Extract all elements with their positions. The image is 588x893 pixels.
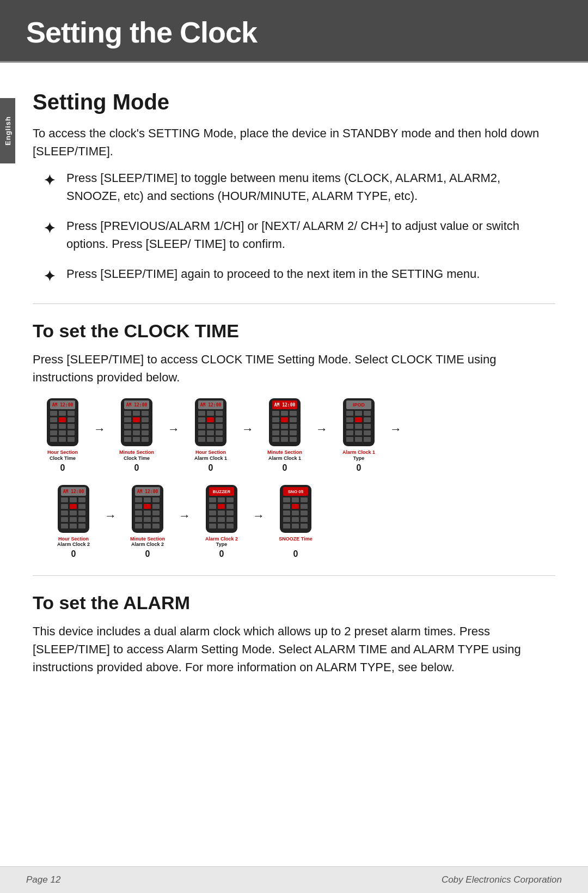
svg-rect-5 — [68, 411, 75, 416]
svg-text:SNO 05: SNO 05 — [288, 489, 304, 494]
arrow-2: → — [168, 422, 180, 436]
svg-rect-14 — [68, 430, 75, 435]
svg-rect-24 — [124, 417, 131, 422]
svg-rect-31 — [133, 430, 140, 435]
svg-rect-22 — [133, 411, 140, 416]
svg-rect-66 — [272, 430, 279, 435]
footer: Page 12 Coby Electronics Corporation — [0, 866, 588, 893]
svg-rect-81 — [346, 424, 353, 429]
svg-rect-33 — [124, 437, 131, 442]
bullet-item-3: ✦ Press [SLEEP/TIME] again to proceed to… — [44, 265, 555, 287]
arrow-7: → — [179, 509, 191, 523]
diagram-item-8: BUZZER — [192, 484, 252, 560]
svg-rect-12 — [50, 430, 57, 435]
svg-rect-155 — [301, 511, 308, 515]
svg-rect-8 — [68, 417, 75, 422]
arrow-8: → — [253, 509, 265, 523]
svg-rect-111 — [135, 497, 142, 502]
svg-rect-47 — [216, 424, 223, 429]
svg-rect-71 — [290, 437, 297, 442]
svg-rect-134 — [226, 504, 234, 509]
arrow-5: → — [390, 422, 402, 436]
svg-rect-156 — [283, 517, 290, 522]
svg-rect-62 — [290, 417, 297, 422]
svg-rect-34 — [133, 437, 140, 442]
svg-rect-58 — [281, 411, 288, 416]
diagram-item-6: AM 12:00 — [44, 484, 103, 560]
svg-text:AM 12:00: AM 12:00 — [52, 403, 74, 408]
svg-rect-120 — [135, 517, 142, 522]
svg-rect-151 — [292, 504, 299, 509]
svg-rect-43 — [207, 417, 214, 422]
svg-text:BUZZER: BUZZER — [213, 489, 231, 494]
svg-text:AM 12:00: AM 12:00 — [126, 403, 148, 408]
svg-rect-150 — [283, 504, 290, 509]
svg-rect-132 — [209, 504, 216, 509]
svg-rect-4 — [59, 411, 66, 416]
svg-rect-161 — [301, 524, 308, 528]
svg-rect-159 — [283, 524, 290, 528]
svg-rect-133 — [218, 504, 225, 509]
remote-svg-1: AM 12:00 — [46, 397, 79, 447]
remote-svg-8: BUZZER — [205, 484, 238, 534]
svg-rect-80 — [364, 417, 371, 422]
alarm-heading: To set the ALARM — [33, 592, 555, 613]
svg-rect-130 — [218, 497, 225, 502]
svg-rect-17 — [68, 437, 75, 442]
svg-rect-103 — [70, 517, 77, 522]
svg-rect-32 — [142, 430, 149, 435]
svg-rect-49 — [207, 430, 214, 435]
divider-1 — [33, 303, 555, 304]
svg-rect-88 — [355, 437, 362, 442]
svg-rect-68 — [290, 430, 297, 435]
diagram-row-2: AM 12:00 — [44, 484, 555, 560]
svg-rect-160 — [292, 524, 299, 528]
svg-rect-135 — [209, 511, 216, 515]
svg-rect-158 — [301, 517, 308, 522]
svg-rect-99 — [61, 511, 68, 515]
display-label-7: Minute Section Alarm Clock 2 0 — [130, 536, 165, 560]
svg-rect-83 — [364, 424, 371, 429]
display-label-2: Minute Section Clock Time 0 — [119, 449, 154, 473]
svg-rect-6 — [50, 417, 57, 422]
svg-rect-11 — [68, 424, 75, 429]
svg-rect-77 — [364, 411, 371, 416]
bullet-cross-2: ✦ — [44, 218, 56, 239]
svg-rect-87 — [346, 437, 353, 442]
svg-rect-23 — [142, 411, 149, 416]
svg-rect-75 — [346, 411, 353, 416]
svg-rect-154 — [292, 511, 299, 515]
svg-rect-3 — [50, 411, 57, 416]
page-title: Setting the Clock — [26, 16, 257, 48]
svg-rect-104 — [78, 517, 85, 522]
svg-rect-94 — [70, 497, 77, 502]
svg-rect-25 — [133, 417, 140, 422]
display-label-6: Hour Section Alarm Clock 2 0 — [57, 536, 90, 560]
svg-rect-16 — [59, 437, 66, 442]
svg-rect-97 — [70, 504, 77, 509]
arrow-3: → — [242, 422, 254, 436]
clock-time-intro: Press [SLEEP/TIME] to access CLOCK TIME … — [33, 350, 555, 386]
svg-rect-51 — [198, 437, 205, 442]
svg-rect-64 — [281, 424, 288, 429]
svg-rect-123 — [135, 524, 142, 528]
clock-time-heading: To set the CLOCK TIME — [33, 320, 555, 342]
svg-rect-142 — [218, 524, 225, 528]
divider-2 — [33, 575, 555, 576]
diagram-row-1: AM 12:00 — [33, 397, 555, 473]
svg-rect-46 — [207, 424, 214, 429]
svg-rect-27 — [124, 424, 131, 429]
svg-rect-136 — [218, 511, 225, 515]
svg-rect-78 — [346, 417, 353, 422]
svg-rect-152 — [301, 504, 308, 509]
bullet-item-2: ✦ Press [PREVIOUS/ALARM 1/CH] or [NEXT/ … — [44, 217, 555, 253]
svg-rect-106 — [70, 524, 77, 528]
svg-rect-85 — [355, 430, 362, 435]
display-label-8: Alarm Clock 2 Type 0 — [205, 536, 238, 560]
svg-rect-114 — [135, 504, 142, 509]
diagram-item-1: AM 12:00 — [33, 397, 93, 473]
arrow-4: → — [316, 422, 328, 436]
svg-rect-102 — [61, 517, 68, 522]
svg-rect-124 — [144, 524, 151, 528]
svg-rect-95 — [78, 497, 85, 502]
